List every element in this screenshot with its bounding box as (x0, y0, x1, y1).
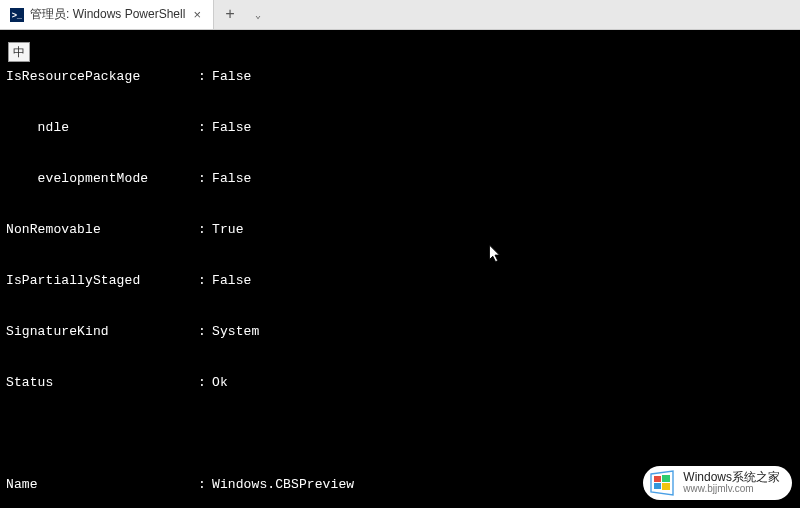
windows-logo-icon (649, 470, 675, 496)
table-row: IsPartiallyStaged: False (6, 272, 794, 289)
tab-active[interactable]: >_ 管理员: Windows PowerShell × (0, 0, 214, 29)
table-row: evelopmentMode: False (6, 170, 794, 187)
table-row: Status: Ok (6, 374, 794, 391)
svg-rect-4 (662, 483, 670, 490)
terminal-output[interactable]: IsResourcePackage: False ndle: False eve… (0, 30, 800, 508)
tab-dropdown-button[interactable]: ⌄ (246, 0, 270, 29)
tab-title: 管理员: Windows PowerShell (30, 6, 185, 23)
table-row: NonRemovable: True (6, 221, 794, 238)
svg-rect-3 (654, 483, 661, 489)
new-tab-button[interactable]: + (214, 0, 246, 29)
ime-indicator[interactable]: 中 (8, 42, 30, 62)
svg-rect-2 (662, 475, 670, 482)
watermark-url: www.bjjmlv.com (683, 484, 780, 495)
table-row: IsResourcePackage: False (6, 68, 794, 85)
table-row: SignatureKind: System (6, 323, 794, 340)
close-icon[interactable]: × (191, 7, 203, 22)
powershell-icon: >_ (10, 8, 24, 22)
svg-rect-1 (654, 476, 661, 482)
watermark: Windows系统之家 www.bjjmlv.com (643, 466, 792, 500)
titlebar: >_ 管理员: Windows PowerShell × + ⌄ (0, 0, 800, 30)
table-row: ndle: False (6, 119, 794, 136)
